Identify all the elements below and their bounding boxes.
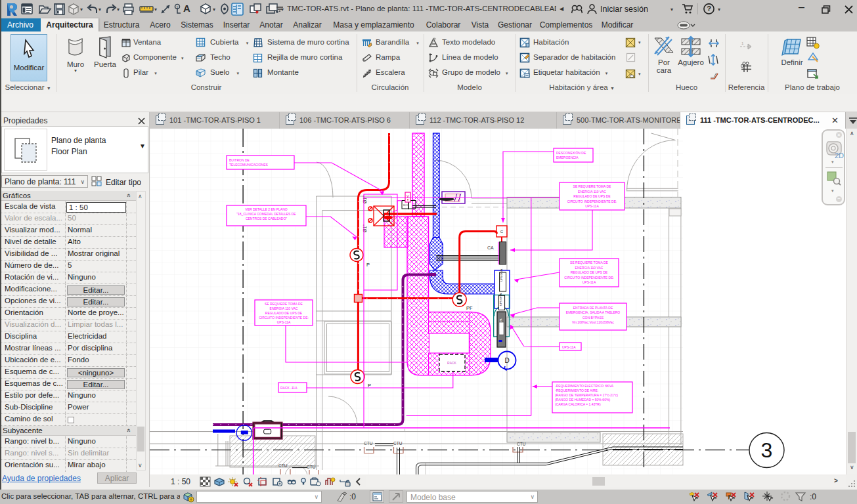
- svg-text:?: ?: [707, 5, 711, 12]
- svg-text:ENTRADA DE PLANTA DE: ENTRADA DE PLANTA DE: [573, 306, 613, 310]
- svg-text:CTU: CTU: [517, 442, 526, 446]
- svg-text:PF: PF: [466, 305, 473, 311]
- svg-text:RACK: RACK: [447, 361, 457, 365]
- svg-text:REGULADO DE UPS DE: REGULADO DE UPS DE: [573, 194, 611, 198]
- svg-text:UPS 6K VA: UPS 6K VA: [499, 318, 502, 332]
- svg-text:-REQUERIMIENTO ELECTRICO: 6KVA: -REQUERIMIENTO ELECTRICO: 6KVA: [555, 384, 614, 388]
- svg-text:C: C: [500, 230, 504, 234]
- svg-text:CTU: CTU: [307, 465, 316, 469]
- svg-text:BUITRON DE: BUITRON DE: [229, 158, 250, 162]
- svg-text:UPS-11A: UPS-11A: [585, 204, 599, 208]
- svg-text:RACK -11A: RACK -11A: [280, 386, 297, 390]
- svg-text:1: 1: [741, 41, 744, 45]
- svg-text:UPS-11A: UPS-11A: [582, 280, 596, 284]
- svg-text:EMERGENCIA, SALIDA A TABLERO: EMERGENCIA, SALIDA A TABLERO: [566, 310, 620, 314]
- svg-text:UPS-11A: UPS-11A: [277, 320, 291, 324]
- svg-text:UPS 6KVA: UPS 6KVA: [500, 268, 503, 282]
- svg-text:(RANGO DE TEMPERATURA = 17°c-2: (RANGO DE TEMPERATURA = 17°c-21°c): [555, 393, 618, 397]
- svg-text:3: 3: [761, 438, 773, 462]
- svg-text:D: D: [504, 357, 509, 364]
- svg-text:-REQUERIMIENTO DE AIRE:: -REQUERIMIENTO DE AIRE:: [555, 388, 598, 392]
- svg-text:CTU: CTU: [364, 441, 373, 446]
- svg-text:UPS-11A: UPS-11A: [562, 345, 576, 349]
- svg-text:UPS 6KVA: UPS 6KVA: [499, 293, 502, 306]
- svg-text:VER DETALLE 2 EN PLANO: VER DETALLE 2 EN PLANO: [245, 207, 287, 211]
- svg-text:SE REQUIERE TOMA DE: SE REQUIERE TOMA DE: [573, 184, 612, 188]
- svg-text:CIRCUITO INDEPENDIENTE DE:: CIRCUITO INDEPENDIENTE DE:: [564, 276, 614, 280]
- svg-text:2D: 2D: [835, 152, 844, 159]
- svg-text:DESCONEXIÓN DE: DESCONEXIÓN DE: [556, 151, 586, 155]
- svg-text:Vin:208Vac;Vout:120/208Vac: Vin:208Vac;Vout:120/208Vac: [572, 320, 615, 324]
- svg-text:SE REQUIERE TOMA DE: SE REQUIERE TOMA DE: [265, 302, 303, 306]
- svg-text:Ø1": Ø1": [363, 224, 367, 232]
- svg-text:REGULADO DE UPS DE: REGULADO DE UPS DE: [265, 311, 303, 315]
- svg-text:"18_CLINICA COMEDAL DETALLES D: "18_CLINICA COMEDAL DETALLES DE: [236, 212, 296, 216]
- svg-text:CIRCUITO INDEPENDIENTE DE:: CIRCUITO INDEPENDIENTE DE:: [259, 316, 309, 320]
- svg-text:ENERGIA 110 VAC: ENERGIA 110 VAC: [575, 266, 604, 270]
- svg-text:BOX: BOX: [403, 203, 409, 207]
- svg-text:CTU: CTU: [278, 463, 288, 468]
- svg-text:TELECOMUNICACIONES: TELECOMUNICACIONES: [229, 163, 269, 167]
- svg-text:ENERGIA 110 VAC: ENERGIA 110 VAC: [578, 190, 606, 194]
- svg-text:SE REQUIERE TOMA DE: SE REQUIERE TOMA DE: [570, 261, 609, 264]
- svg-text:Ø1": Ø1": [363, 196, 367, 203]
- svg-text:CTU: CTU: [393, 441, 403, 446]
- svg-text:(RANGO DE HUMEDAD = 50%-60%): (RANGO DE HUMEDAD = 50%-60%): [555, 398, 610, 402]
- svg-text:CIRCUITO INDEPENDIENTE DE:: CIRCUITO INDEPENDIENTE DE:: [567, 200, 617, 203]
- svg-text:CENTROS DE CABLEADO": CENTROS DE CABLEADO": [246, 217, 287, 220]
- svg-text:EMERGENCIA: EMERGENCIA: [556, 156, 579, 159]
- svg-text:CON BYPASS: CON BYPASS: [582, 316, 604, 320]
- svg-text:CA: CA: [487, 245, 494, 250]
- svg-text:(CARGA CALORICA = 1.43TR): (CARGA CALORICA = 1.43TR): [555, 402, 601, 406]
- svg-text:ENERGIA 110 VAC: ENERGIA 110 VAC: [270, 306, 298, 310]
- svg-text:REGULADO DE UPS DE: REGULADO DE UPS DE: [571, 270, 608, 274]
- svg-text:P: P: [366, 262, 370, 268]
